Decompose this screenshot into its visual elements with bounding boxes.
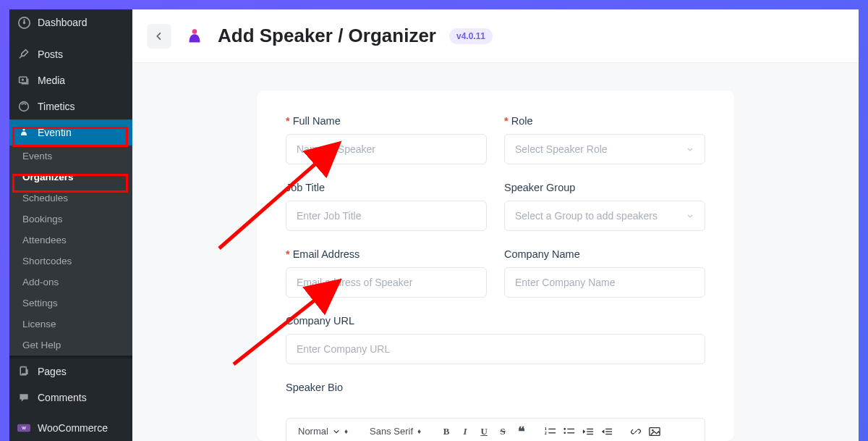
pages-icon	[17, 365, 30, 378]
sidebar-subitem-organizers[interactable]: Organizers	[9, 167, 132, 188]
rte-bullet-list-icon[interactable]	[561, 424, 577, 440]
rte-outdent-icon[interactable]	[580, 424, 596, 440]
svg-point-14	[564, 428, 566, 430]
chevron-down-icon	[686, 145, 694, 154]
label-email: Email Address	[286, 248, 487, 260]
rte-italic-icon[interactable]: I	[457, 424, 473, 440]
rte-quote-icon[interactable]: ❝	[514, 424, 529, 440]
rte-image-icon[interactable]	[647, 424, 663, 440]
page-title: Add Speaker / Organizer	[218, 25, 436, 47]
sidebar-subitem-addons[interactable]: Add-ons	[9, 272, 132, 293]
label-job-title: Job Title	[286, 182, 487, 193]
svg-point-1	[22, 21, 25, 23]
full-name-input[interactable]	[286, 134, 487, 164]
version-badge: v4.0.11	[449, 28, 493, 44]
rte-link-icon[interactable]	[628, 424, 644, 440]
sidebar-item-eventin[interactable]: Eventin	[9, 119, 132, 146]
email-input[interactable]	[286, 267, 487, 298]
sidebar-item-media[interactable]: Media	[9, 67, 132, 93]
topbar: Add Speaker / Organizer v4.0.11	[132, 9, 859, 63]
rte-toolbar: Normal ♦ Sans Serif ♦ B I U S	[286, 418, 705, 441]
back-button[interactable]	[147, 24, 171, 49]
label-role: Role	[504, 115, 705, 127]
eventin-icon	[17, 126, 30, 139]
label-full-name: Full Name	[286, 115, 487, 127]
media-icon	[17, 74, 30, 87]
form-card: Full Name Role Select Speaker Role Job T…	[257, 91, 734, 441]
role-select[interactable]: Select Speaker Role	[504, 134, 705, 164]
chevron-left-icon	[154, 31, 164, 41]
sidebar-item-label: Posts	[38, 49, 63, 60]
svg-point-25	[652, 429, 654, 431]
sidebar-item-posts[interactable]: Posts	[9, 41, 132, 67]
svg-text:W: W	[22, 426, 26, 430]
pin-icon	[17, 48, 30, 61]
sidebar-item-pages[interactable]: Pages	[9, 358, 132, 385]
sidebar-subitem-settings[interactable]: Settings	[9, 293, 132, 314]
svg-point-16	[564, 432, 566, 434]
sidebar-item-label: WooCommerce	[38, 422, 108, 434]
sidebar-subitem-events[interactable]: Events	[9, 146, 132, 167]
sidebar-item-label: Eventin	[38, 127, 72, 138]
chevron-down-icon	[686, 211, 694, 220]
sidebar-subitem-shortcodes[interactable]: Shortcodes	[9, 251, 132, 272]
sidebar-item-timetics[interactable]: Timetics	[9, 93, 132, 119]
company-url-input[interactable]	[286, 334, 705, 364]
sidebar-subitem-attendees[interactable]: Attendees	[9, 230, 132, 251]
svg-text:2: 2	[545, 430, 547, 434]
sidebar-item-dashboard[interactable]: Dashboard	[9, 9, 132, 35]
rte-bold-icon[interactable]: B	[438, 424, 454, 440]
comments-icon	[17, 391, 30, 404]
label-speaker-group: Speaker Group	[504, 182, 705, 193]
sidebar-subitems: Events Organizers Schedules Bookings Att…	[9, 146, 132, 356]
rte-format-select[interactable]: Normal ♦	[294, 423, 352, 440]
sidebar-item-label: Pages	[38, 366, 67, 377]
svg-point-9	[192, 29, 197, 34]
eventin-logo	[184, 26, 205, 46]
timetics-icon	[17, 100, 30, 113]
sidebar-subitem-schedules[interactable]: Schedules	[9, 188, 132, 209]
sidebar-item-label: Comments	[38, 392, 87, 403]
sidebar-item-label: Media	[38, 75, 65, 86]
label-company-url: Company URL	[286, 315, 705, 327]
label-company-name: Company Name	[504, 248, 705, 260]
sidebar-subitem-gethelp[interactable]: Get Help	[9, 335, 132, 356]
rte-font-select[interactable]: Sans Serif ♦	[365, 423, 425, 440]
speaker-group-select[interactable]: Select a Group to add speakers	[504, 201, 705, 231]
sidebar-item-woocommerce[interactable]: W WooCommerce	[9, 415, 132, 441]
rte-underline-icon[interactable]: U	[476, 424, 492, 440]
sidebar-item-label: Dashboard	[38, 17, 88, 28]
woocommerce-icon: W	[17, 421, 30, 434]
sidebar-subitem-bookings[interactable]: Bookings	[9, 209, 132, 230]
dashboard-icon	[17, 16, 30, 29]
svg-point-5	[22, 128, 25, 130]
sidebar-subitem-license[interactable]: License	[9, 314, 132, 335]
label-speaker-bio: Speaker Bio	[286, 382, 705, 393]
company-name-input[interactable]	[504, 267, 705, 298]
job-title-input[interactable]	[286, 201, 487, 231]
rte-indent-icon[interactable]	[599, 424, 615, 440]
sidebar-item-comments[interactable]: Comments	[9, 385, 132, 411]
svg-point-3	[22, 78, 24, 80]
sidebar-item-label: Timetics	[38, 101, 75, 112]
rte-strike-icon[interactable]: S	[495, 424, 511, 440]
rte-ordered-list-icon[interactable]: 12	[542, 424, 558, 440]
